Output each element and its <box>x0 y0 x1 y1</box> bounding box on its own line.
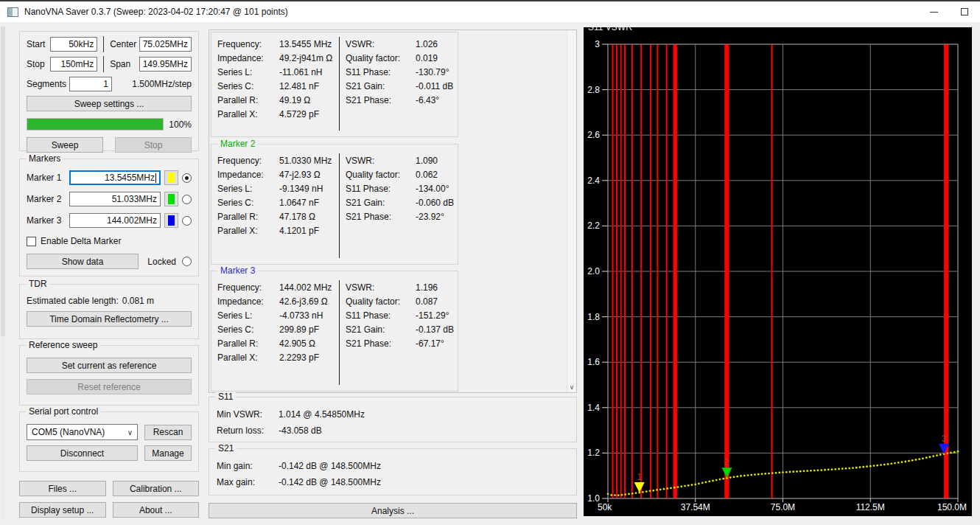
stop-button[interactable]: Stop <box>115 137 192 153</box>
field-value: 0.062 <box>416 170 438 180</box>
data-row: Series L: -11.061 nH <box>217 65 339 79</box>
scrollbar-thumb[interactable] <box>1 27 5 336</box>
maximize-icon <box>961 8 968 15</box>
svg-text:1.2: 1.2 <box>587 448 600 458</box>
marker-frequency-input[interactable]: 51.033MHz <box>69 192 161 206</box>
stop-input[interactable]: 150mHz <box>50 57 97 72</box>
reference-sweep-frame: Reference sweep Set current as reference… <box>19 345 199 406</box>
marker-data-scrollbar[interactable]: ∨ <box>567 30 576 392</box>
svg-text:1.8: 1.8 <box>587 312 600 322</box>
s11-stats-title: S11 <box>215 392 236 402</box>
svg-text:1.4: 1.4 <box>587 403 600 413</box>
data-row: S11 Phase: -130.79° <box>346 65 458 79</box>
center-label: Center <box>110 39 139 49</box>
serial-port-select[interactable]: COM5 (NanoVNA) ∨ <box>27 424 138 440</box>
field-value: 1.196 <box>416 282 438 293</box>
field-label: Parallel X: <box>217 226 279 236</box>
marker2-details-title: Marker 2 <box>217 139 258 149</box>
marker-color-button[interactable] <box>164 170 178 185</box>
marker-color-swatch <box>168 215 175 226</box>
data-row: VSWR: 1.090 <box>346 153 458 167</box>
field-label: Impedance: <box>217 53 279 63</box>
field-value: -9.1349 nH <box>279 184 323 194</box>
tdr-button[interactable]: Time Domain Reflectometry ... <box>27 311 192 327</box>
marker-frequency-input[interactable]: 13.5455MHz <box>69 170 161 185</box>
data-row: S21 Phase: -6.43° <box>346 93 458 107</box>
marker-data-panel: Frequency: 13.5455 MHz Impedance: 49.2-j… <box>209 29 577 525</box>
field-value: 13.5455 MHz <box>279 39 332 49</box>
marker-select-radio[interactable] <box>182 216 192 226</box>
display-setup-button[interactable]: Display setup ... <box>19 502 106 518</box>
minimize-icon <box>930 12 938 13</box>
minimize-button[interactable] <box>918 1 949 22</box>
window-title: NanoVNA Saver 0.3.7 (Sweep: 2023-04-02 1… <box>24 7 918 17</box>
rescan-button[interactable]: Rescan <box>144 425 192 440</box>
field-value: -11.061 nH <box>279 67 322 77</box>
field-label: S21 Phase: <box>346 338 416 349</box>
segments-label: Segments <box>27 79 69 89</box>
segments-input[interactable]: 1 <box>69 77 112 91</box>
manage-button[interactable]: Manage <box>144 445 192 461</box>
marker-color-button[interactable] <box>164 192 178 206</box>
field-value: -0.142 dB @ 148.500MHz <box>279 477 381 487</box>
field-value: -0.142 dB @ 148.500MHz <box>279 461 381 471</box>
field-value: -67.17° <box>416 338 444 349</box>
set-reference-button[interactable]: Set current as reference <box>27 358 192 373</box>
span-input[interactable]: 149.95MHz <box>139 57 192 72</box>
data-row: S11 Phase: -134.00° <box>346 181 458 195</box>
data-row: S21 Gain: -0.060 dB <box>346 195 458 209</box>
data-row: Parallel X: 4.1201 pF <box>217 223 339 237</box>
marker-frequency-input[interactable]: 144.002MHz <box>69 213 161 228</box>
markers-frame: Markers Marker 1 13.5455MHz Marker 2 51.… <box>19 159 199 277</box>
field-value: 47-j2.93 Ω <box>279 170 321 180</box>
field-value: -0.011 dB <box>416 81 453 91</box>
marker-select-radio[interactable] <box>182 173 192 183</box>
data-row: Impedance: 49.2-j941m Ω <box>217 51 339 65</box>
svg-text:50k: 50k <box>598 502 612 512</box>
marker2-details-box: Marker 2 Frequency: 51.0330 MHz Impedanc… <box>211 144 458 265</box>
reset-reference-button[interactable]: Reset reference <box>27 379 192 394</box>
center-input[interactable]: 75.025MHz <box>139 37 192 52</box>
show-data-button[interactable]: Show data <box>27 254 139 269</box>
about-button[interactable]: About ... <box>113 502 200 518</box>
data-row: S21 Phase: -67.17° <box>346 336 458 350</box>
stop-label: Stop <box>27 59 50 69</box>
app-window: NanoVNA Saver 0.3.7 (Sweep: 2023-04-02 1… <box>0 0 980 525</box>
start-input[interactable]: 50kHz <box>50 37 97 52</box>
files-button[interactable]: Files ... <box>19 481 106 496</box>
step-size-text: 1.500MHz/step <box>132 79 192 89</box>
calibration-button[interactable]: Calibration ... <box>113 481 200 496</box>
data-row: Parallel X: 2.2293 pF <box>217 350 339 364</box>
locked-radio[interactable] <box>182 257 192 266</box>
control-panel: Start 50kHz Center 75.025MHz Stop 150mHz… <box>19 29 199 525</box>
field-value: 0.019 <box>416 53 438 63</box>
field-value: -151.29° <box>416 310 449 321</box>
data-row: S21 Phase: -23.92° <box>346 209 458 223</box>
enable-delta-marker-checkbox[interactable] <box>27 237 36 246</box>
disconnect-button[interactable]: Disconnect <box>27 445 138 461</box>
field-label: Series L: <box>217 184 279 194</box>
field-label: Impedance: <box>217 296 279 307</box>
marker-color-button[interactable] <box>164 213 178 228</box>
data-row: Parallel X: 4.5729 pF <box>217 107 339 121</box>
s21-stats-box: S21 Min gain: -0.142 dB @ 148.500MHz Max… <box>209 448 577 496</box>
maximize-button[interactable] <box>949 1 980 22</box>
s11-vswr-chart[interactable]: S11 VSWR 32.82.62.42.22.01.81.61.41.21.0… <box>584 27 972 516</box>
sweep-settings-button[interactable]: Sweep settings ... <box>27 96 192 111</box>
field-value: 1.0647 nF <box>279 198 319 208</box>
data-row: Series C: 12.481 nF <box>217 79 339 93</box>
chevron-down-icon[interactable]: ∨ <box>567 382 576 392</box>
sweep-control-frame: Start 50kHz Center 75.025MHz Stop 150mHz… <box>19 31 199 151</box>
sweep-button[interactable]: Sweep <box>27 137 103 153</box>
analysis-button[interactable]: Analysis ... <box>209 503 577 518</box>
field-value: 47.178 Ω <box>279 212 315 222</box>
field-value: 12.481 nF <box>279 81 319 91</box>
marker-label: Marker 2 <box>27 194 66 204</box>
sweep-progress-bar <box>27 118 164 131</box>
marker-color-swatch <box>168 173 175 183</box>
marker-select-radio[interactable] <box>182 195 192 204</box>
field-value: 1.014 @ 4.54850MHz <box>279 409 365 420</box>
svg-text:112.5M: 112.5M <box>856 502 885 512</box>
left-panel-scrollbar[interactable] <box>1 27 5 519</box>
chart-plot[interactable]: 32.82.62.42.22.01.81.61.41.21.050k37.54M… <box>584 27 972 516</box>
